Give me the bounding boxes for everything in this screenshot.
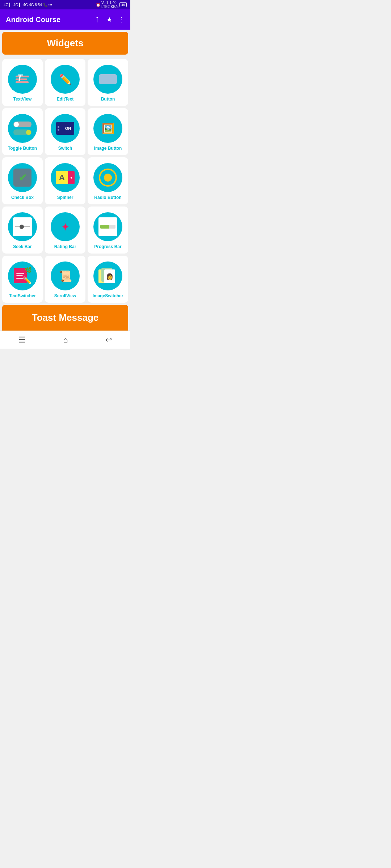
- bottom-nav: ☰ ⌂ ↩: [0, 331, 130, 349]
- battery: 46: [119, 2, 127, 7]
- status-bar: 4G ▎ 4G ▎ 4G 4G 8:54 📞 ••• ⏰ Vol1 1.40LT…: [0, 0, 130, 9]
- app-bar-icons: ⭡ ★ ⋮: [94, 16, 125, 24]
- status-left: 4G ▎ 4G ▎ 4G 4G 8:54 📞 •••: [4, 3, 52, 7]
- scrollview-label: ScrollView: [54, 293, 76, 298]
- edittext-label: EditText: [57, 97, 73, 102]
- textview-icon-circle: T: [8, 65, 37, 94]
- widget-item-imageswitcher[interactable]: 👩 ImageSwitcher: [88, 256, 128, 303]
- signal-icon: 4G ▎ 4G ▎: [4, 3, 22, 7]
- edittext-icon: ✏️: [59, 73, 72, 85]
- more-vert-icon[interactable]: ⋮: [118, 16, 125, 24]
- button-label: Button: [101, 97, 115, 102]
- checkbox-icon: ✔: [13, 169, 31, 187]
- progressbar-icon: [98, 217, 117, 236]
- radiobutton-icon: [99, 169, 117, 187]
- textswitcher-icon-circle: ✏️ 🌿: [8, 261, 37, 290]
- edittext-icon-circle: ✏️: [51, 65, 80, 94]
- seekbar-icon-circle: [8, 212, 37, 241]
- switch-icon-circle: ON: [51, 114, 80, 143]
- section-header: Widgets: [2, 32, 128, 55]
- menu-icon[interactable]: ☰: [18, 335, 26, 345]
- progressbar-label: Progress Bar: [94, 244, 121, 249]
- widget-item-button[interactable]: Button: [88, 59, 128, 106]
- button-icon-circle: [93, 65, 122, 94]
- seekbar-label: Seek Bar: [13, 244, 31, 249]
- widget-item-scrollview[interactable]: 📜 ScrollView: [45, 256, 85, 303]
- togglebutton-icon-circle: [8, 114, 37, 143]
- textswitcher-label: TextSwitcher: [9, 293, 36, 298]
- widget-item-imagebutton[interactable]: 🖼️ Image Button: [88, 108, 128, 155]
- textview-label: TextView: [13, 97, 32, 102]
- progressbar-icon-circle: [93, 212, 122, 241]
- widget-item-edittext[interactable]: ✏️ EditText: [45, 59, 85, 106]
- home-icon[interactable]: ⌂: [63, 335, 68, 345]
- imagebutton-icon-circle: 🖼️: [93, 114, 122, 143]
- widget-item-checkbox[interactable]: ✔ Check Box: [2, 157, 43, 204]
- status-right: ⏰ Vol1 1.40LTE2 KB/s 46: [96, 1, 127, 9]
- imageswitcher-icon-circle: 👩: [93, 261, 122, 290]
- seekbar-icon: [13, 217, 32, 236]
- app-bar: Android Course ⭡ ★ ⋮: [0, 9, 130, 30]
- widget-item-seekbar[interactable]: Seek Bar: [2, 207, 43, 254]
- alarm-icon: ⏰: [96, 3, 100, 7]
- imagebutton-icon: 🖼️: [102, 123, 114, 135]
- checkbox-icon-circle: ✔: [8, 163, 37, 192]
- imagebutton-label: Image Button: [94, 146, 122, 151]
- back-icon[interactable]: ↩: [105, 335, 112, 345]
- call-icon: 📞 •••: [43, 3, 52, 7]
- switch-icon: ON: [56, 122, 74, 135]
- share-icon[interactable]: ⭡: [94, 16, 101, 24]
- spinner-icon-circle: A ▾: [51, 163, 80, 192]
- textview-icon: T: [16, 76, 29, 83]
- ratingbar-icon: ✦: [61, 221, 70, 233]
- imageswitcher-icon: 👩: [98, 267, 117, 285]
- textswitcher-icon: ✏️ 🌿: [13, 267, 32, 285]
- togglebutton-icon: [13, 122, 31, 135]
- widget-grid: T TextView ✏️ EditText Button: [0, 57, 130, 305]
- radiobutton-icon-circle: [93, 163, 122, 192]
- scrollview-icon-circle: 📜: [51, 261, 80, 290]
- ratingbar-icon-circle: ✦: [51, 212, 80, 241]
- togglebutton-label: Toggle Button: [8, 146, 37, 151]
- widget-item-togglebutton[interactable]: Toggle Button: [2, 108, 43, 155]
- widget-item-textview[interactable]: T TextView: [2, 59, 43, 106]
- widget-item-progressbar[interactable]: Progress Bar: [88, 207, 128, 254]
- scrollview-icon: 📜: [59, 270, 72, 282]
- widget-item-ratingbar[interactable]: ✦ Rating Bar: [45, 207, 85, 254]
- star-icon[interactable]: ★: [106, 16, 112, 24]
- widget-item-spinner[interactable]: A ▾ Spinner: [45, 157, 85, 204]
- widget-item-switch[interactable]: ON Switch: [45, 108, 85, 155]
- widget-item-textswitcher[interactable]: ✏️ 🌿 TextSwitcher: [2, 256, 43, 303]
- spinner-label: Spinner: [57, 195, 73, 200]
- network-info: Vol1 1.40LTE2 KB/s: [101, 1, 118, 9]
- widget-item-radiobutton[interactable]: Radio Button: [88, 157, 128, 204]
- spinner-icon: A ▾: [56, 171, 75, 184]
- switch-label: Switch: [58, 146, 72, 151]
- ratingbar-label: Rating Bar: [54, 244, 76, 249]
- app-bar-title: Android Course: [6, 16, 60, 24]
- toast-section[interactable]: Toast Message: [2, 305, 128, 331]
- radiobutton-label: Radio Button: [94, 195, 121, 200]
- checkbox-label: Check Box: [11, 195, 34, 200]
- button-icon: [99, 74, 117, 84]
- time: 4G 4G 8:54: [23, 3, 42, 7]
- imageswitcher-label: ImageSwitcher: [93, 293, 123, 298]
